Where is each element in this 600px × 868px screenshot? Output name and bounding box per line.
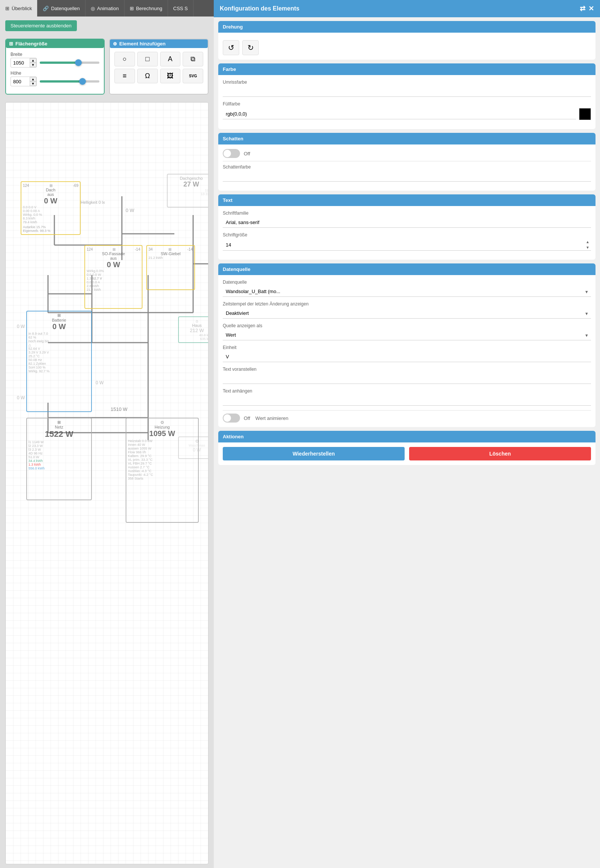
shadow-color-label: Schattenfarbe	[223, 164, 591, 170]
batt-out: out 7.0	[38, 332, 48, 336]
unit-input[interactable]: V	[223, 352, 591, 362]
fill-color-input[interactable]: rgb(0,0,0)	[223, 109, 576, 119]
haus-icon: ⌂	[180, 319, 209, 323]
netz-details: l1 1149 W l2 23.3 W l3 2.3 W 4D 96 Hz 51…	[29, 440, 89, 470]
height-slider[interactable]	[40, 78, 99, 85]
hide-controls-button[interactable]: Steuerelemente ausblenden	[5, 20, 77, 31]
delete-button[interactable]: Löschen	[409, 447, 591, 461]
schatten-title: Schatten	[218, 133, 595, 144]
tab-calculation[interactable]: ⊞ Berechnung	[124, 0, 168, 17]
canvas-area[interactable]: 124 ⊞ -69 Dach aus 0 W 0.0 0.0 V 0.00 0.…	[5, 102, 209, 864]
so-voltage: 52.7 V	[92, 277, 102, 280]
dachgeschoss-box[interactable]: Dachgescho 27 W 12 3513 22 W	[167, 174, 209, 208]
width-spinner[interactable]: ▲ ▼	[30, 58, 36, 67]
element-svg-btn[interactable]: SVG	[183, 69, 203, 83]
show-as-select[interactable]: Wert Name Beides	[223, 330, 591, 341]
dach-row2: 0.00 0.00 A	[23, 209, 78, 213]
netz-val: 1522 W	[29, 429, 89, 439]
tab-css[interactable]: CSS S	[168, 0, 194, 17]
so-v1: 124	[86, 247, 93, 251]
height-up[interactable]: ▲	[30, 77, 36, 81]
timestamp-select[interactable]: Deaktiviert Aktiviert	[223, 308, 591, 319]
fill-color-preview[interactable]	[579, 108, 591, 120]
text-content: Schriftfamilie Arial, sans-serif Schrift…	[218, 206, 595, 260]
netz-row5: 51.0 W	[29, 455, 89, 459]
shadow-toggle[interactable]	[223, 149, 240, 158]
prepend-input[interactable]	[223, 373, 591, 384]
width-slider[interactable]	[40, 59, 99, 67]
batterie-box[interactable]: ⊞ Batterie 0 W in 8.9 out 7.0 62 % noch …	[26, 311, 92, 412]
dach-title: Dach	[23, 188, 78, 192]
animate-toggle-off-label: Off	[244, 415, 250, 421]
batterie-details: in 8.9 out 7.0 62 % noch ewig bis △ 52.6…	[29, 332, 89, 373]
farbe-content: Umrissfarbe Füllfarbe rgb(0,0,0)	[218, 75, 595, 129]
tab-calculation-icon: ⊞	[130, 6, 134, 11]
width-input[interactable]: 1050	[11, 59, 30, 67]
outline-color-input[interactable]	[223, 86, 591, 97]
heizung-starts: 358 Starts	[128, 477, 197, 480]
so-row3: 0.0 0.0 A	[86, 280, 140, 284]
restore-button[interactable]: Wiederherstellen	[223, 447, 405, 461]
append-input[interactable]	[223, 395, 591, 406]
sw-giebel-title: SW-Giebel	[148, 251, 193, 256]
fill-color-group: Füllfarbe rgb(0,0,0)	[223, 101, 591, 120]
batterie-val: 0 W	[29, 322, 89, 331]
text-section: Text Schriftfamilie Arial, sans-serif Sc…	[218, 195, 595, 260]
animate-toggle[interactable]	[223, 413, 240, 423]
rotate-ccw-button[interactable]: ↺	[223, 40, 239, 55]
so-row5: 21.2 kWh	[86, 288, 140, 292]
unit-label: Einheit	[223, 345, 591, 350]
element-text-btn[interactable]: A	[160, 52, 181, 67]
rotate-cw-button[interactable]: ↻	[242, 40, 259, 55]
tab-animation[interactable]: ◎ Animation	[85, 0, 124, 17]
element-list-btn[interactable]: ≡	[114, 69, 135, 83]
dach-v1: 124	[23, 184, 29, 188]
font-size-up[interactable]: ▲	[584, 239, 591, 245]
heizung-box[interactable]: ⊙ Heizung 1095 W Heizstab 0.0 kW Innen 4…	[126, 418, 199, 523]
waschmaschine-label: Waschmas	[180, 444, 209, 447]
width-down[interactable]: ▼	[30, 63, 36, 67]
netz-icon: ⊞	[29, 420, 89, 425]
tab-overview[interactable]: ⊞ Überblick	[0, 0, 38, 17]
width-up[interactable]: ▲	[30, 58, 36, 63]
batt-v1: 3.29 V	[29, 351, 38, 354]
datasource-select[interactable]: Wandsolar_U_Batt (mo...	[223, 286, 591, 297]
font-family-input[interactable]: Arial, sans-serif	[223, 217, 591, 228]
element-rect-btn[interactable]: □	[137, 52, 158, 67]
dach-box[interactable]: 124 ⊞ -69 Dach aus 0 W 0.0 0.0 V 0.00 0.…	[21, 181, 80, 235]
element-copy-btn[interactable]: ⧉	[183, 52, 203, 67]
height-input[interactable]: 800	[11, 78, 30, 85]
so-fassade-box[interactable]: 124 ⊞ -14 SO-Fassade aus 0 W Wirkg.0.0% …	[84, 245, 142, 309]
netz-title: Netz	[29, 425, 89, 429]
haus-box[interactable]: ⌂ Haus 212 W 40.8 kWh635 kWh	[178, 316, 209, 343]
tab-datasources[interactable]: 🔗 Datenquellen	[38, 0, 85, 17]
datenquelle-content: Datenquelle Wandsolar_U_Batt (mo... Zeit…	[218, 275, 595, 427]
config-header: Konfiguration des Elements ⇄ ✕	[214, 0, 600, 17]
waschmaschine-box[interactable]: ⊙ Waschmas 0 W	[178, 436, 209, 459]
aktionen-title: Aktionen	[218, 431, 595, 442]
so-row4: 2.8 kWh	[86, 284, 140, 288]
element-omega-btn[interactable]: Ω	[137, 69, 158, 83]
so-fassade-title: SO-Fassade	[86, 251, 140, 256]
element-circle-btn[interactable]: ○	[114, 52, 135, 67]
dach-row4: 8.3 kWh	[23, 217, 78, 220]
font-size-input[interactable]: 14	[223, 240, 584, 250]
sw-giebel-box[interactable]: 34 ⊞ -14 SW-Giebel 21.2 kWh	[146, 245, 195, 290]
fill-color-row: rgb(0,0,0)	[223, 108, 591, 120]
height-spinner[interactable]: ▲ ▼	[30, 77, 36, 86]
netz-box[interactable]: ⊞ Netz 1522 W l1 1149 W l2 23.3 W l3 2.3…	[26, 418, 92, 500]
prepend-label: Text voranstellen	[223, 366, 591, 372]
height-down[interactable]: ▼	[30, 81, 36, 86]
shadow-color-input[interactable]	[223, 171, 591, 182]
font-family-group: Schriftfamilie Arial, sans-serif	[223, 211, 591, 228]
element-image-btn[interactable]: 🖼	[160, 69, 181, 83]
helligkeit-label: Helligkeit 0 lx	[80, 200, 105, 205]
top-controls: Steuerelemente ausblenden	[0, 17, 214, 35]
batt-v2: 3.29 V	[39, 351, 49, 354]
close-icon[interactable]: ✕	[588, 5, 594, 13]
arrows-icon[interactable]: ⇄	[580, 5, 585, 13]
font-size-down[interactable]: ▼	[584, 245, 591, 250]
sw-v2: -14	[188, 247, 193, 251]
tab-datasources-icon: 🔗	[43, 6, 49, 11]
font-size-spinner[interactable]: ▲ ▼	[584, 239, 591, 250]
